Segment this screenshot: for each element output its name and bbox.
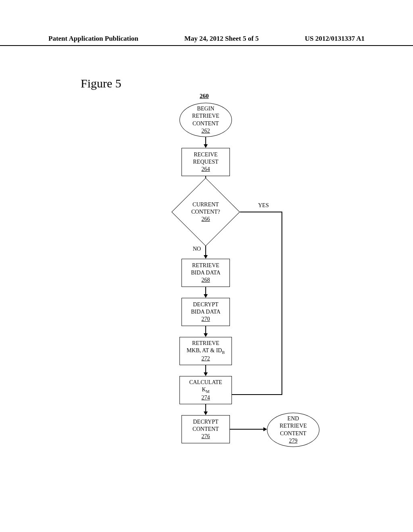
node-text: RETRIEVE xyxy=(192,340,219,347)
arrow-head-icon xyxy=(204,255,208,259)
node-text: RETRIEVE xyxy=(192,262,219,269)
header-left: Patent Application Publication xyxy=(48,35,138,43)
arrow xyxy=(230,429,264,430)
label-yes: YES xyxy=(258,202,269,209)
node-text: DECRYPT xyxy=(193,301,218,308)
arrow-head-icon xyxy=(204,411,208,415)
node-retrieve-bida: RETRIEVE BIDA DATA 268 xyxy=(181,259,230,287)
node-retrieve-mkb: RETRIEVE MKB, AT & IDB 272 xyxy=(179,337,232,365)
node-text: BIDA DATA xyxy=(191,308,220,316)
arrow xyxy=(205,365,206,373)
header-center: May 24, 2012 Sheet 5 of 5 xyxy=(184,35,259,43)
node-ref: 272 xyxy=(202,355,210,362)
node-text: CONTENT xyxy=(192,120,219,127)
node-begin: BEGIN RETRIEVE CONTENT 262 xyxy=(179,103,232,137)
node-text: BIDA DATA xyxy=(191,269,220,276)
header-right: US 2012/0131337 A1 xyxy=(305,35,365,43)
node-text: END xyxy=(288,415,299,422)
node-ref: 268 xyxy=(202,276,210,284)
node-receive-request: RECEIVE REQUEST 264 xyxy=(181,148,230,176)
node-text: CONTENT? xyxy=(191,208,220,216)
label-no: NO xyxy=(193,246,201,252)
node-text: CONTENT xyxy=(280,430,306,437)
node-text: CURRENT xyxy=(192,201,219,208)
node-text: KM xyxy=(202,386,209,394)
node-decrypt-content: DECRYPT CONTENT 276 xyxy=(181,415,230,443)
arrow xyxy=(205,137,206,145)
node-calculate-km: CALCULATE KM 274 xyxy=(179,376,232,404)
arrow xyxy=(205,326,206,334)
node-text: RETRIEVE xyxy=(192,112,219,120)
node-text: REQUEST xyxy=(193,158,219,166)
node-text: MKB, AT & IDB xyxy=(187,347,225,355)
figure-title: Figure 5 xyxy=(81,77,121,90)
node-text: CALCULATE xyxy=(189,379,222,386)
node-text: CONTENT xyxy=(192,426,219,433)
node-ref: 264 xyxy=(202,166,210,173)
node-text: RETRIEVE xyxy=(280,422,307,430)
node-end: END RETRIEVE CONTENT 279 xyxy=(267,413,319,447)
node-decision-current-content: CURRENT CONTENT? 266 xyxy=(181,188,230,236)
arrow xyxy=(205,246,206,256)
arrow-head-icon xyxy=(204,372,208,376)
node-text: BEGIN xyxy=(197,105,215,112)
node-ref: 270 xyxy=(202,316,210,323)
overall-ref: 260 xyxy=(200,93,209,100)
node-ref: 274 xyxy=(202,394,210,401)
arrow xyxy=(231,394,282,395)
node-ref: 279 xyxy=(289,437,298,445)
arrow-head-icon xyxy=(263,427,267,431)
arrow-head-icon xyxy=(204,144,208,148)
page-header: Patent Application Publication May 24, 2… xyxy=(0,35,413,46)
node-ref: 276 xyxy=(202,433,210,440)
arrow xyxy=(205,404,206,412)
arrow xyxy=(282,212,282,395)
node-text: RECEIVE xyxy=(194,151,217,158)
node-decrypt-bida: DECRYPT BIDA DATA 270 xyxy=(181,298,230,326)
diamond-text: CURRENT CONTENT? 266 xyxy=(181,188,230,236)
arrow-head-icon xyxy=(204,333,208,337)
arrow xyxy=(240,212,282,212)
arrow xyxy=(205,287,206,295)
arrow-head-icon xyxy=(204,294,208,298)
node-ref: 262 xyxy=(202,127,210,135)
node-ref: 266 xyxy=(202,216,210,223)
node-text: DECRYPT xyxy=(193,418,218,426)
